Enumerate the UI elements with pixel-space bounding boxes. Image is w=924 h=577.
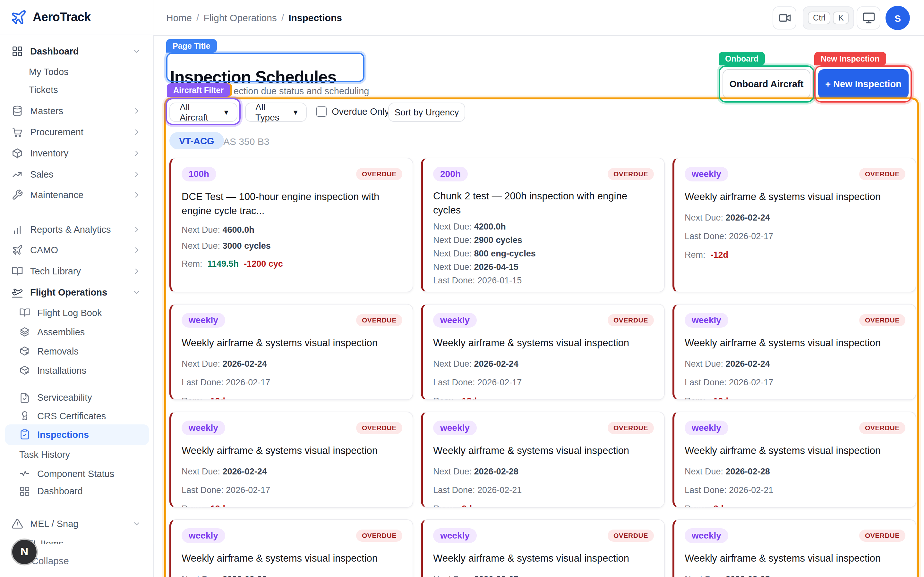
inspection-card[interactable]: weeklyOVERDUEWeekly airframe & systems v… (672, 158, 916, 292)
aircraft-filter-select[interactable]: All Aircraft ▼ (170, 103, 237, 122)
page-title: Inspection Schedules (170, 68, 336, 87)
screen-record-button[interactable] (772, 6, 796, 29)
sidebar-item-label: Serviceability (37, 392, 92, 403)
sidebar-item-my-todos[interactable]: My Todos (5, 61, 149, 82)
overdue-only-checkbox-row: Overdue Only (317, 106, 389, 117)
meta-line: Next Due: 2026-02-24 (433, 359, 654, 369)
inspection-card[interactable]: 200hOVERDUEChunk 2 test — 200h inspectio… (421, 158, 665, 292)
new-inspection-button[interactable]: + New Inspection (818, 69, 909, 99)
meta-line: Next Due: 4200.0h (433, 221, 654, 231)
onboard-aircraft-button[interactable]: Onboard Aircraft (722, 69, 811, 99)
sidebar-item-label: Removals (37, 346, 79, 356)
meta-value: 2026-04-15 (474, 262, 519, 271)
inspection-card[interactable]: weeklyOVERDUEWeekly airframe & systems v… (421, 519, 665, 577)
status-badge: OVERDUE (607, 422, 654, 434)
chevron-down-icon (132, 519, 141, 528)
inspection-card[interactable]: weeklyOVERDUEWeekly airframe & systems v… (672, 519, 916, 577)
chevron-down-icon: ▼ (292, 108, 299, 116)
cart-icon (11, 126, 23, 138)
sidebar-item-label: My Todos (29, 66, 69, 77)
sidebar-item-dashboard[interactable]: Dashboard (5, 481, 149, 501)
breadcrumb: Home / Flight Operations / Inspections (166, 0, 342, 35)
sidebar-item-serviceability[interactable]: Serviceability (5, 387, 149, 408)
remaining-line: Rem:-12d (433, 396, 654, 400)
tab-vt-acg[interactable]: VT-ACG (170, 132, 224, 149)
breadcrumb-flight-operations[interactable]: Flight Operations (204, 12, 276, 23)
type-filter-value: All Types (255, 102, 286, 122)
interval-badge: weekly (685, 421, 728, 435)
inspection-card[interactable]: weeklyOVERDUEWeekly airframe & systems v… (170, 412, 413, 508)
meta-line: Next Due: 2900 cycles (433, 235, 654, 245)
rem-value: -8d (711, 504, 724, 508)
inspection-card[interactable]: weeklyOVERDUEWeekly airframe & systems v… (672, 304, 916, 400)
sort-by-urgency-button[interactable]: Sort by Urgency (388, 103, 465, 122)
inspection-card[interactable]: weeklyOVERDUEWeekly airframe & systems v… (170, 304, 413, 400)
sidebar-item-reports-analytics[interactable]: Reports & Analytics (5, 219, 149, 239)
interval-badge: weekly (433, 313, 477, 327)
chevron-right-icon (132, 106, 141, 115)
sidebar-nav: DashboardMy TodosTicketsMastersProcureme… (0, 35, 154, 577)
inspection-title: Weekly airframe & systems visual inspect… (685, 190, 905, 204)
sidebar-item-masters[interactable]: Masters (5, 100, 149, 121)
inspection-title: Weekly airframe & systems visual inspect… (433, 551, 654, 566)
sidebar-item-tickets[interactable]: Tickets (5, 79, 149, 100)
inspection-card[interactable]: weeklyOVERDUEWeekly airframe & systems v… (421, 412, 665, 508)
file-check-icon (19, 392, 30, 403)
sidebar-item-assemblies[interactable]: Assemblies (5, 322, 149, 342)
sidebar-item-maintenance[interactable]: Maintenance (5, 184, 149, 205)
remaining-line: Rem:-12d (182, 504, 402, 508)
inspection-card[interactable]: weeklyOVERDUEWeekly airframe & systems v… (170, 519, 413, 577)
sidebar-item-tech-library[interactable]: Tech Library (5, 261, 149, 281)
meta-line: Next Due: 2026-02-28 (685, 467, 905, 477)
sidebar-item-procurement[interactable]: Procurement (5, 122, 149, 142)
rem-value: -12d (208, 504, 226, 508)
rem-value: -8d (459, 504, 472, 508)
meta-value: 2026-02-17 (729, 378, 773, 388)
inspection-title: Weekly airframe & systems visual inspect… (182, 551, 402, 566)
sidebar-item-mel-snag[interactable]: MEL / Snag (5, 513, 149, 534)
chevron-right-icon (132, 169, 141, 179)
sidebar-item-label: Maintenance (30, 189, 83, 200)
overdue-only-checkbox[interactable] (317, 106, 326, 117)
rem-value: -12d (711, 250, 729, 260)
sidebar-item-flight-log-book[interactable]: Flight Log Book (5, 302, 149, 323)
sidebar-item-inspections[interactable]: Inspections (5, 424, 149, 445)
meta-value: 3000 cycles (223, 241, 271, 250)
meta-line: Last Done: 2026-02-17 (685, 378, 905, 388)
display-mode-button[interactable] (857, 6, 880, 29)
sidebar-item-label: Installations (37, 365, 86, 376)
user-avatar[interactable]: S (885, 6, 910, 30)
type-filter-select[interactable]: All Types ▼ (245, 103, 307, 122)
inspection-card[interactable]: weeklyOVERDUEWeekly airframe & systems v… (421, 304, 665, 400)
rem-value: -1200 cyc (244, 259, 283, 268)
sidebar-item-label: Flight Operations (30, 287, 107, 298)
command-palette-shortcut[interactable]: Ctrl K (803, 6, 854, 29)
breadcrumb-home[interactable]: Home (166, 12, 192, 23)
inspection-title: Weekly airframe & systems visual inspect… (433, 444, 654, 458)
meta-line: Last Done: 2026-01-15 (433, 276, 654, 285)
inspection-title: DCE Test — 100-hour engine inspection wi… (182, 190, 402, 219)
sidebar-item-dashboard[interactable]: Dashboard (5, 41, 149, 61)
sidebar-item-sales[interactable]: Sales (5, 164, 149, 184)
inspection-card[interactable]: 100hOVERDUEDCE Test — 100-hour engine in… (170, 158, 413, 292)
sidebar-item-removals[interactable]: Removals (5, 341, 149, 361)
sidebar-item-label: Reports & Analytics (30, 224, 111, 234)
meta-value: 2026-02-28 (223, 575, 267, 577)
clipboard-check-icon (19, 429, 30, 440)
inspection-title: Weekly airframe & systems visual inspect… (182, 444, 402, 458)
sidebar-item-flight-operations[interactable]: Flight Operations (5, 282, 149, 303)
remaining-line: Rem:749.5h-1300 cyc800 eng-cyc38d (433, 292, 654, 292)
chevron-right-icon (132, 190, 141, 199)
sidebar-item-crs-certificates[interactable]: CRS Certificates (5, 406, 149, 426)
chevron-right-icon (132, 266, 141, 276)
sidebar-item-task-history[interactable]: Task History (5, 444, 149, 464)
sidebar-item-camo[interactable]: CAMO (5, 240, 149, 260)
notification-avatar[interactable]: N (12, 540, 37, 564)
sidebar-item-installations[interactable]: Installations (5, 360, 149, 380)
inspection-card[interactable]: weeklyOVERDUEWeekly airframe & systems v… (672, 412, 916, 508)
meta-line: Next Due: 2026-03-05 (685, 575, 905, 577)
meta-line: Next Due: 2026-02-28 (182, 575, 402, 577)
meta-line: Next Due: 3000 cycles (182, 241, 402, 250)
annotation-new-inspection-badge: New Inspection (814, 52, 886, 65)
sidebar-item-inventory[interactable]: Inventory (5, 143, 149, 163)
